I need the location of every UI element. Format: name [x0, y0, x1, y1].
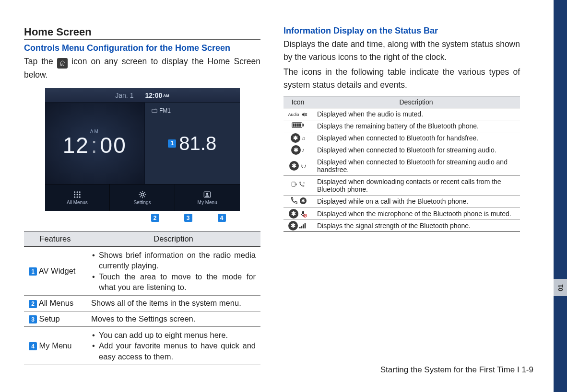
callout-1-badge: 1: [168, 139, 176, 148]
svg-point-6: [76, 194, 78, 196]
feature-row-4: 4 My Menu You can add up to eight menus …: [24, 327, 260, 365]
feature-name-3: Setup: [39, 314, 60, 323]
on-call-icon: ✱: [289, 196, 307, 205]
battery-icon: [292, 122, 304, 128]
icon-desc-4: Displayed when connected to Bluetooth fo…: [312, 156, 520, 175]
svg-rect-29: [305, 223, 306, 228]
svg-rect-28: [303, 224, 304, 228]
shot-callouts: 2 3 4: [45, 214, 240, 223]
svg-line-25: [304, 215, 306, 217]
svg-rect-19: [295, 124, 296, 127]
icon-desc-3: Displayed when connected to Bluetooth fo…: [312, 144, 520, 156]
icons-table: Icon Description Audio Displayed when th…: [284, 96, 520, 232]
icon-row-bt-both: ✱♫♪ Displayed when connected to Bluetoot…: [284, 156, 520, 175]
feature-3-desc: Moves to the Settings screen.: [86, 311, 260, 327]
shot-clock-widget: AM 12:00: [45, 103, 145, 184]
feature-2-desc: Shows all of the items in the system men…: [86, 296, 260, 311]
svg-rect-18: [293, 124, 295, 127]
icons-th-icon: Icon: [284, 96, 312, 108]
right-column: Information Display on the Status Bar Di…: [284, 26, 520, 365]
feature-row-2: 2 All Menus Shows all of the items in th…: [24, 296, 260, 311]
mic-mute-icon: ✱: [289, 209, 307, 219]
intro-text: Tap the icon on any screen to display th…: [24, 55, 260, 81]
home-screen-screenshot: Jan. 1 12:00AM AM 12:00 FM1: [45, 88, 240, 211]
icon-desc-7: Displayed when the microphone of the Blu…: [312, 208, 520, 219]
callout-2-badge: 2: [151, 214, 159, 222]
shot-all-menus: All Menus: [45, 184, 110, 211]
side-tab: 01: [554, 0, 567, 392]
svg-point-11: [141, 193, 144, 196]
svg-point-4: [79, 191, 81, 193]
icon-desc-2: Displayed when connected to Bluetooth fo…: [312, 132, 520, 144]
badge-4: 4: [29, 342, 37, 350]
svg-rect-26: [299, 227, 301, 228]
svg-point-2: [74, 191, 75, 193]
feature-name-4: My Menu: [39, 341, 72, 350]
icon-desc-0: Displayed when the audio is muted.: [312, 108, 520, 120]
shot-clock-big: 12:00: [63, 132, 127, 158]
bluetooth-both-icon: ✱♫♪: [289, 161, 307, 171]
svg-point-13: [206, 193, 209, 195]
section-title: Home Screen: [24, 26, 260, 40]
svg-rect-22: [292, 182, 295, 186]
features-th-description: Description: [86, 231, 260, 247]
download-contacts-icon: [291, 181, 305, 188]
icon-row-battery: Displays the remaining battery of the Bl…: [284, 120, 520, 132]
svg-rect-0: [152, 109, 157, 113]
status-para-1: Displays the date and time, along with t…: [284, 38, 520, 64]
audio-mute-icon: Audio: [288, 111, 307, 118]
feature-4-bullet-2: Add your favorite menus to have quick an…: [91, 340, 256, 362]
svg-rect-20: [297, 124, 298, 127]
feature-4-bullet-1: You can add up to eight menus here.: [91, 330, 256, 340]
status-para-2: The icons in the following table indicat…: [284, 66, 520, 92]
feature-row-1: 1 AV Widget Shows brief information on t…: [24, 247, 260, 296]
svg-point-5: [74, 194, 75, 196]
svg-rect-23: [302, 211, 304, 214]
icons-th-desc: Description: [312, 96, 520, 108]
feature-1-bullet-2: Touch the area to move to the mode for w…: [91, 271, 256, 293]
icon-row-downloading: Displayed when downloading contacts or r…: [284, 175, 520, 195]
shot-date: Jan. 1: [115, 92, 133, 99]
icon-row-mic-mute: ✱ Displayed when the microphone of the B…: [284, 208, 520, 219]
features-th-features: Features: [24, 231, 86, 247]
shot-fm-label: FM1: [152, 107, 171, 114]
svg-rect-27: [301, 226, 303, 228]
shot-settings: Settings: [109, 184, 175, 211]
features-table: Features Description 1 AV Widget Shows b…: [24, 231, 260, 365]
intro-before: Tap the: [24, 57, 57, 66]
shot-my-menu: My Menu: [175, 184, 240, 211]
icon-desc-8: Displays the signal strength of the Blue…: [312, 219, 520, 231]
status-bar-title: Information Display on the Status Bar: [284, 26, 520, 36]
feature-row-3: 3 Setup Moves to the Settings screen.: [24, 311, 260, 327]
icon-desc-1: Displays the remaining battery of the Bl…: [312, 120, 520, 132]
icon-row-mute: Audio Displayed when the audio is muted.: [284, 108, 520, 120]
feature-name-1: AV Widget: [39, 266, 76, 275]
callout-4-badge: 4: [218, 214, 226, 222]
shot-bottom-bar: All Menus Settings My Menu: [45, 184, 240, 211]
shot-frequency: 1 81.8: [168, 133, 216, 154]
page-content: Home Screen Controls Menu Configuration …: [0, 0, 554, 384]
icon-desc-5: Displayed when downloading contacts or r…: [312, 175, 520, 195]
feature-1-bullet-1: Shows brief information on the radio med…: [91, 250, 256, 271]
shot-statusbar: Jan. 1 12:00AM: [45, 88, 240, 103]
gear-icon: [138, 190, 147, 199]
signal-strength-icon: ✱: [288, 221, 307, 231]
grid-icon: [73, 190, 82, 199]
svg-point-10: [79, 196, 81, 198]
badge-1: 1: [29, 267, 37, 276]
icon-row-on-call: ✱ Displayed while on a call with the Blu…: [284, 195, 520, 208]
shot-av-widget: FM1 1 81.8: [145, 103, 240, 184]
svg-point-8: [74, 196, 75, 198]
svg-point-9: [76, 196, 78, 198]
bluetooth-handsfree-icon: ✱♫: [291, 133, 305, 143]
svg-rect-17: [303, 124, 304, 126]
home-icon: [57, 58, 68, 69]
badge-3: 3: [29, 315, 37, 323]
svg-rect-21: [299, 124, 301, 127]
radio-icon: [152, 108, 157, 113]
section-subtitle: Controls Menu Configuration for the Home…: [24, 43, 260, 53]
icon-desc-6: Displayed while on a call with the Bluet…: [312, 195, 520, 208]
shot-time: 12:00AM: [145, 92, 169, 99]
icon-row-signal: ✱ Displays the signal strength of the Bl…: [284, 219, 520, 231]
page-footer: Starting the System for the First Time I…: [380, 365, 533, 375]
